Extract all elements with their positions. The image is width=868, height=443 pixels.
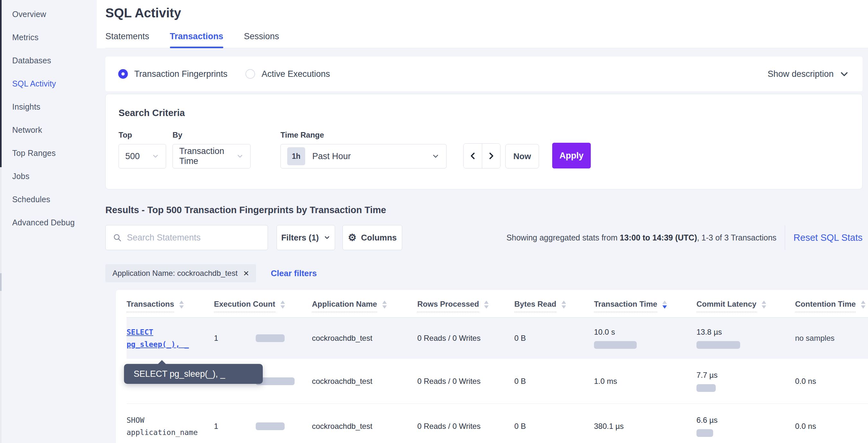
column-header-rows-processed[interactable]: Rows Processed bbox=[417, 300, 514, 312]
chevron-left-icon bbox=[468, 151, 477, 160]
column-header-bytes-read[interactable]: Bytes Read bbox=[514, 300, 594, 312]
sidebar-item-jobs[interactable]: Jobs bbox=[2, 165, 97, 188]
main-area: SQL Activity Statements Transactions Ses… bbox=[97, 0, 868, 443]
transaction-time-bar bbox=[594, 341, 637, 349]
columns-button[interactable]: ⚙ Columns bbox=[342, 225, 402, 250]
close-icon[interactable]: × bbox=[244, 268, 249, 278]
tab-sessions[interactable]: Sessions bbox=[244, 31, 279, 48]
sidebar-item-network[interactable]: Network bbox=[2, 118, 97, 142]
sidebar-item-top-ranges[interactable]: Top Ranges bbox=[2, 142, 97, 165]
chevron-down-icon bbox=[236, 152, 244, 160]
sidebar-item-schedules[interactable]: Schedules bbox=[2, 188, 97, 211]
time-range-value: Past Hour bbox=[312, 151, 351, 161]
application-name-cell: cockroachdb_test bbox=[312, 334, 417, 343]
page-title: SQL Activity bbox=[105, 5, 868, 21]
commit-latency-cell: 7.7 µs bbox=[696, 371, 795, 392]
view-toggle-bar: Transaction Fingerprints Active Executio… bbox=[105, 57, 863, 91]
radio-unselected-icon bbox=[245, 69, 255, 79]
execution-count-cell: 1 bbox=[214, 334, 312, 343]
contention-time-cell: 0.0 ns bbox=[795, 377, 868, 386]
chevron-down-icon bbox=[839, 69, 849, 79]
top-select[interactable]: 500 bbox=[119, 144, 166, 169]
show-description-label: Show description bbox=[768, 69, 834, 79]
commit-latency-cell: 13.8 µs bbox=[696, 328, 795, 349]
by-select[interactable]: Transaction Time bbox=[173, 144, 251, 169]
clear-filters-link[interactable]: Clear filters bbox=[271, 268, 317, 278]
application-name-cell: cockroachdb_test bbox=[312, 377, 417, 386]
commit-latency-cell: 6.6 µs bbox=[696, 416, 795, 437]
next-time-button[interactable] bbox=[482, 144, 500, 168]
table-header-row: Transactions Execution Count Application… bbox=[127, 294, 868, 318]
reset-sql-stats-link[interactable]: Reset SQL Stats bbox=[794, 232, 863, 243]
vertical-divider bbox=[785, 225, 785, 250]
chevron-right-icon bbox=[487, 151, 496, 160]
transaction-time-cell: 1.0 ms bbox=[594, 377, 696, 386]
gear-icon: ⚙ bbox=[348, 233, 356, 242]
left-edge-strip bbox=[0, 0, 2, 443]
apply-button[interactable]: Apply bbox=[552, 143, 591, 169]
top-label: Top bbox=[119, 130, 166, 140]
filter-chip-application-name: Application Name: cockroachdb_test × bbox=[105, 264, 256, 282]
radio-transaction-fingerprints[interactable]: Transaction Fingerprints bbox=[118, 69, 227, 79]
execution-count-cell: 1 bbox=[214, 422, 312, 431]
radio-selected-icon bbox=[118, 69, 128, 79]
show-description-toggle[interactable]: Show description bbox=[768, 69, 849, 79]
search-criteria-row: Top 500 By Transaction Time bbox=[119, 121, 849, 169]
tab-transactions[interactable]: Transactions bbox=[170, 31, 224, 48]
stats-time-range: 13:00 to 14:39 (UTC) bbox=[620, 233, 697, 242]
now-button[interactable]: Now bbox=[505, 144, 539, 169]
filter-chips-row: Application Name: cockroachdb_test × Cle… bbox=[105, 264, 863, 282]
bytes-read-cell: 0 B bbox=[514, 377, 594, 386]
sidebar-item-databases[interactable]: Databases bbox=[2, 49, 97, 72]
column-header-application-name[interactable]: Application Name bbox=[312, 300, 417, 312]
bytes-read-cell: 0 B bbox=[514, 422, 594, 431]
rows-processed-cell: 0 Reads / 0 Writes bbox=[417, 422, 514, 431]
chevron-down-icon bbox=[152, 152, 159, 160]
radio-label: Transaction Fingerprints bbox=[134, 69, 227, 79]
search-box bbox=[105, 225, 268, 250]
filters-button[interactable]: Filters (1) bbox=[277, 225, 335, 250]
previous-time-button[interactable] bbox=[464, 144, 482, 168]
transactions-table: Transactions Execution Count Application… bbox=[116, 290, 868, 443]
filter-chip-label: Application Name: cockroachdb_test bbox=[113, 269, 238, 278]
column-header-commit-latency[interactable]: Commit Latency bbox=[696, 300, 795, 312]
content-area: Transaction Fingerprints Active Executio… bbox=[97, 48, 868, 443]
app-root: Overview Metrics Databases SQL Activity … bbox=[0, 0, 868, 443]
search-icon bbox=[113, 233, 122, 242]
transaction-fingerprint-link[interactable]: SELECT pg_sleep(_), _ bbox=[127, 328, 189, 349]
rows-processed-cell: 0 Reads / 0 Writes bbox=[417, 377, 514, 386]
tab-statements[interactable]: Statements bbox=[105, 31, 149, 48]
sort-desc-icon bbox=[662, 301, 667, 308]
commit-latency-bar bbox=[696, 384, 716, 392]
sort-icon bbox=[762, 301, 766, 308]
time-range-select[interactable]: 1h Past Hour bbox=[280, 144, 446, 169]
transaction-fingerprint-text[interactable]: SHOW application_name bbox=[127, 416, 198, 437]
sort-icon bbox=[280, 301, 285, 308]
sidebar-item-metrics[interactable]: Metrics bbox=[2, 26, 97, 49]
sort-icon bbox=[484, 301, 489, 308]
column-header-execution-count[interactable]: Execution Count bbox=[214, 300, 312, 312]
sidebar-item-advanced-debug[interactable]: Advanced Debug bbox=[2, 211, 97, 234]
sidebar-item-overview[interactable]: Overview bbox=[2, 3, 97, 26]
by-label: By bbox=[173, 130, 251, 140]
by-select-value: Transaction Time bbox=[179, 146, 236, 166]
time-range-label: Time Range bbox=[280, 130, 446, 140]
contention-time-cell: 0.0 ns bbox=[795, 422, 868, 431]
execution-count-bar bbox=[256, 334, 285, 342]
bytes-read-cell: 0 B bbox=[514, 334, 594, 343]
search-criteria-title: Search Criteria bbox=[119, 108, 849, 118]
sidebar-item-sql-activity[interactable]: SQL Activity bbox=[2, 72, 97, 95]
filters-button-label: Filters (1) bbox=[281, 233, 319, 243]
search-input[interactable] bbox=[127, 233, 260, 243]
view-toggle-options: Transaction Fingerprints Active Executio… bbox=[118, 69, 330, 79]
scrollbar-thumb[interactable] bbox=[0, 273, 2, 291]
contention-time-cell: no samples bbox=[795, 334, 868, 343]
sidebar-item-insights[interactable]: Insights bbox=[2, 95, 97, 118]
search-criteria-card: Search Criteria Top 500 By bbox=[105, 94, 863, 189]
sort-icon bbox=[561, 301, 566, 308]
transaction-time-cell: 10.0 s bbox=[594, 328, 696, 349]
column-header-transactions[interactable]: Transactions bbox=[127, 300, 214, 312]
radio-active-executions[interactable]: Active Executions bbox=[245, 69, 330, 79]
column-header-transaction-time[interactable]: Transaction Time bbox=[594, 300, 696, 312]
column-header-contention-time[interactable]: Contention Time bbox=[795, 300, 868, 312]
